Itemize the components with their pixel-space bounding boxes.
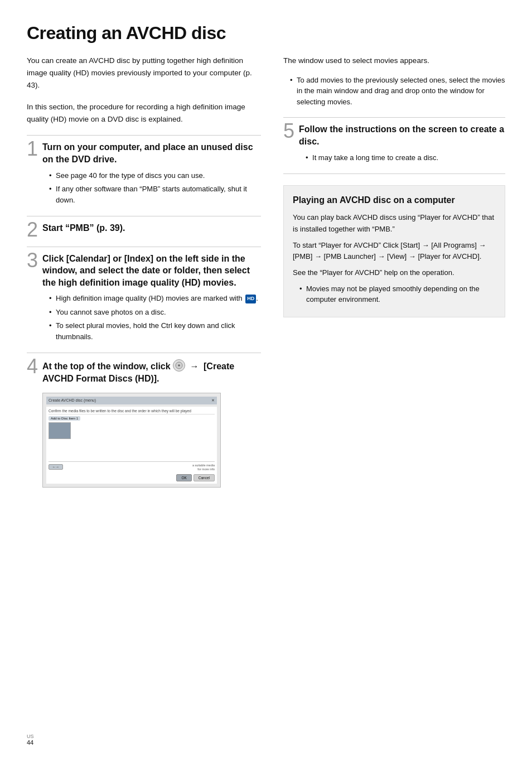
step-1-bullets: See page 40 for the type of discs you ca… — [42, 170, 261, 206]
sidebar-para-1: You can play back AVCHD discs using “Pla… — [293, 212, 496, 235]
sidebar-para-2: To start “Player for AVCHD” Click [Start… — [293, 240, 496, 263]
two-column-layout: You can create an AVCHD disc by putting … — [27, 55, 505, 735]
step4-pre-text: At the top of the window, click — [42, 361, 171, 371]
page-number-area: US 44 — [27, 732, 34, 746]
list-item: To add movies to the previously selected… — [290, 75, 505, 108]
step-3-block: 3 Click [Calendar] or [Index] on the lef… — [27, 247, 261, 345]
ss-content-area — [49, 422, 215, 456]
ss-bottom-bar: ←→ a suitable media for more info — [49, 461, 215, 471]
step-1-block: 1 Turn on your computer, and place an un… — [27, 135, 261, 208]
sidebar-box: Playing an AVCHD disc on a computer You … — [283, 185, 505, 317]
ss-info-text-1: a suitable media — [192, 464, 215, 467]
step-4-content: At the top of the window, click → [Creat… — [42, 359, 261, 487]
ss-body: Confirm the media files to be written to… — [46, 407, 217, 484]
ss-placeholder — [73, 450, 215, 456]
list-item: If any other software than “PMB” starts … — [49, 184, 261, 205]
list-item: High definition image quality (HD) movie… — [49, 293, 261, 304]
ss-info-text-2: for more info — [197, 467, 215, 471]
ss-info-area: a suitable media for more info — [192, 464, 215, 471]
screenshot-box: Create AVCHD disc (menu) ✕ Confirm the m… — [42, 393, 221, 488]
step-2-heading: Start “PMB” (p. 39). — [42, 222, 261, 234]
sidebar-heading: Playing an AVCHD disc on a computer — [293, 195, 496, 206]
sidebar-para-3: See the “Player for AVCHD” help on the o… — [293, 267, 496, 279]
step-3-number: 3 — [27, 250, 38, 271]
list-item: Movies may not be played smoothly depend… — [299, 283, 496, 305]
step-5-bullets: It may take a long time to create a disc… — [299, 152, 505, 163]
hd-badge: HD — [245, 295, 256, 303]
step-1-number: 1 — [27, 139, 38, 159]
ss-subtitle: Confirm the media files to be written to… — [49, 409, 215, 414]
intro-para-2: In this section, the procedure for recor… — [27, 101, 261, 125]
step-1-heading: Turn on your computer, and place an unus… — [42, 141, 261, 165]
list-item: See page 40 for the type of discs you ca… — [49, 170, 261, 181]
step-3-heading: Click [Calendar] or [Index] on the left … — [42, 253, 261, 289]
left-column: You can create an AVCHD disc by putting … — [27, 55, 261, 735]
screenshot-inner: Create AVCHD disc (menu) ✕ Confirm the m… — [43, 393, 220, 487]
ss-dialog-buttons: OK Cancel — [49, 474, 215, 481]
ss-tab-row: Add to Disc Item 1 — [49, 416, 215, 421]
step-2-number: 2 — [27, 220, 38, 240]
step-5-number: 5 — [283, 121, 294, 141]
step-1-content: Turn on your computer, and place an unus… — [42, 141, 261, 208]
right-column: The window used to select movies appears… — [283, 55, 505, 735]
intro-para-1: You can create an AVCHD disc by putting … — [27, 55, 261, 91]
ss-title-text: Create AVCHD disc (menu) — [49, 398, 96, 402]
step-5-block: 5 Follow the instructions on the screen … — [283, 117, 505, 166]
sidebar-bullets: Movies may not be played smoothly depend… — [293, 283, 496, 305]
step-5-content: Follow the instructions on the screen to… — [299, 123, 505, 166]
step-2-content: Start “PMB” (p. 39). — [42, 222, 261, 239]
step-5-heading: Follow the instructions on the screen to… — [299, 123, 505, 147]
page: Creating an AVCHD disc You can create an… — [0, 0, 532, 757]
ss-close-btn: ✕ — [211, 398, 215, 403]
step-4-block: 4 At the top of the window, click → [ — [27, 353, 261, 487]
ss-thumbnail — [49, 422, 71, 439]
step-3-bullets: High definition image quality (HD) movie… — [42, 293, 261, 342]
step-4-heading: At the top of the window, click → [Creat… — [42, 359, 261, 384]
ss-tab: Add to Disc Item 1 — [49, 416, 80, 421]
page-title: Creating an AVCHD disc — [27, 22, 505, 44]
list-item: You cannot save photos on a disc. — [49, 307, 261, 318]
right-intro-bullets: To add movies to the previously selected… — [283, 75, 505, 108]
ss-ok-button: OK — [176, 474, 191, 481]
step-3-content: Click [Calendar] or [Index] on the left … — [42, 253, 261, 345]
step3-bullet1-text: High definition image quality (HD) movie… — [56, 294, 244, 302]
step-2-block: 2 Start “PMB” (p. 39). — [27, 216, 261, 239]
list-item: It may take a long time to create a disc… — [306, 152, 505, 163]
step4-arrow: → — [190, 361, 199, 371]
ss-title-bar: Create AVCHD disc (menu) ✕ — [46, 397, 217, 404]
step-4-number: 4 — [27, 356, 38, 377]
step5-divider — [283, 173, 505, 174]
us-label: US — [27, 734, 34, 739]
svg-point-2 — [178, 365, 180, 366]
ss-right-area — [73, 422, 215, 456]
list-item: To select plural movies, hold the Ctrl k… — [49, 320, 261, 342]
right-intro-text: The window used to select movies appears… — [283, 55, 505, 67]
disk-icon — [173, 359, 185, 372]
ss-cancel-button: Cancel — [194, 474, 215, 481]
ss-left-button: ←→ — [49, 464, 63, 470]
page-number: 44 — [27, 739, 33, 746]
